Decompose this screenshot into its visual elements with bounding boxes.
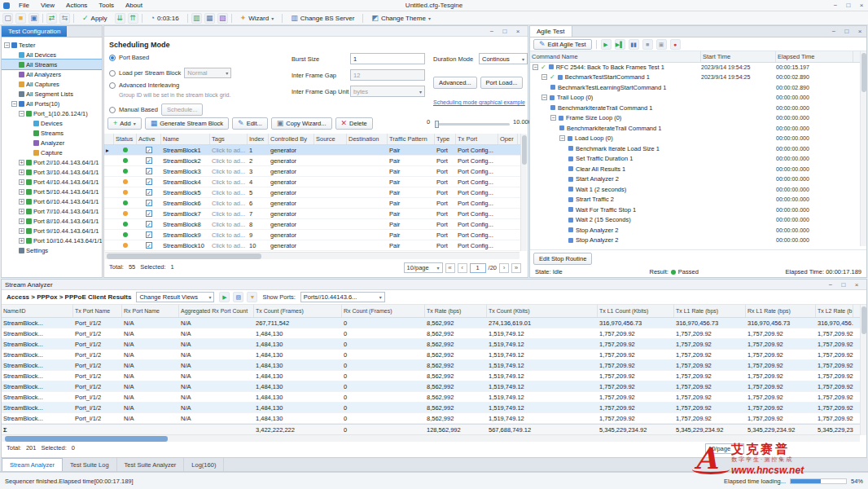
port-based-radio[interactable]: Port Based — [109, 54, 149, 61]
panel-close-button[interactable]: × — [850, 280, 863, 289]
agile-row[interactable]: Stop Analyzer 200:00:00.000 — [530, 236, 860, 246]
tab-test-suite-log[interactable]: Test Suite Log — [63, 458, 117, 471]
column-header-tx-rate-bps[interactable]: Tx Rate (bps) — [425, 305, 487, 317]
load-mode-combo[interactable]: Normal ▾ — [184, 68, 231, 78]
page-size-combo[interactable]: 10/page ▾ — [404, 262, 443, 273]
active-checkbox[interactable]: ✓ — [146, 178, 152, 185]
column-header-type[interactable]: Type — [435, 134, 456, 144]
menu-file[interactable]: File — [13, 0, 35, 11]
column-header-tx-port[interactable]: Tx Port — [456, 134, 498, 144]
column-header-name[interactable]: Name — [161, 134, 210, 144]
abort-icon[interactable]: ● — [670, 39, 681, 50]
tags-cell[interactable]: Click to ad... — [210, 157, 248, 165]
column-header-tx-count-frames[interactable]: Tx Count (Frames) — [254, 305, 342, 317]
column-header-tx-l2-rate-b[interactable]: Tx L2 Rate (b — [816, 305, 853, 317]
expand-icon[interactable]: + — [19, 160, 24, 165]
apply-button[interactable]: ✓Apply — [77, 13, 112, 24]
collapse-icon[interactable]: − — [541, 95, 547, 100]
panel-minimize-button[interactable]: − — [824, 280, 837, 289]
advanced-button[interactable]: Advanced... — [433, 77, 477, 89]
generate-stream-block-button[interactable]: ▦Generate Stream Block — [145, 117, 229, 130]
agile-row[interactable]: Benchmark Iterate Load Size 100:00:00.00… — [530, 143, 860, 154]
agile-vscrollbar[interactable] — [860, 51, 866, 246]
column-header-rx-count-frames[interactable]: Rx Count (Frames) — [342, 305, 425, 317]
column-header-tx-l1-count-kbits[interactable]: Tx L1 Count (Kbits) — [598, 305, 674, 317]
tree-item-port-4-10-44-143-64-1-1[interactable]: +Port 4//10.44.143.64/1/1 — [2, 177, 102, 187]
agile-row[interactable]: −Load Loop (0)00:00:00.000 — [530, 134, 860, 144]
analyzer-row[interactable]: StreamBlock...Port_i/1/2N/AN/A1,484,1300… — [2, 403, 860, 413]
stream-row[interactable]: ✓StreamBlock9Click to ad...9generatorPai… — [104, 230, 521, 240]
tab-log-160[interactable]: Log(160) — [184, 458, 224, 471]
column-header-traffic-pattern[interactable]: Traffic Pattern — [388, 134, 435, 144]
tree-item-port-8-10-44-143-64-1-1[interactable]: +Port 8//10.44.143.64/1/1 — [2, 216, 102, 226]
panel-close-button[interactable]: × — [853, 27, 866, 37]
expand-icon[interactable]: + — [19, 179, 24, 185]
clear-results-icon[interactable]: ▨ — [233, 292, 243, 302]
tree-item-port-7-10-44-143-64-1-1[interactable]: +Port 7//10.44.143.64/1/1 — [2, 206, 102, 216]
column-header-rx-port-name[interactable]: Rx Port Name — [122, 305, 179, 317]
column-header-controlled-by[interactable]: Controlled By — [269, 134, 314, 144]
stream-row[interactable]: ✓StreamBlock6Click to ad...6generatorPai… — [104, 198, 521, 209]
collapse-icon[interactable]: − — [4, 42, 10, 48]
tree-item-analyzer[interactable]: Analyzer — [2, 138, 102, 148]
stop-icon[interactable]: ■ — [642, 39, 653, 50]
panel-minimize-button[interactable]: − — [827, 27, 840, 37]
tags-cell[interactable]: Click to ad... — [210, 200, 248, 207]
breakpoint-icon[interactable]: ▣ — [656, 39, 667, 50]
collapse-icon[interactable]: − — [559, 135, 565, 141]
agile-row[interactable]: BechmarkTestLearningStartCommand 100:00:… — [530, 82, 860, 93]
tab-agile-test[interactable]: Agile Test — [530, 26, 572, 37]
tags-cell[interactable]: Click to ad... — [210, 242, 248, 249]
active-checkbox[interactable]: ✓ — [146, 221, 152, 227]
column-header-start-time[interactable]: Start Time — [701, 51, 776, 62]
analyzer-hscrollbar[interactable] — [2, 434, 860, 442]
active-checkbox[interactable]: ✓ — [146, 210, 152, 217]
add-button[interactable]: +Add▾ — [107, 117, 142, 130]
page-input[interactable]: 1 — [470, 263, 486, 273]
step-forward-icon[interactable]: ▶▌ — [615, 39, 625, 50]
panel-close-button[interactable]: × — [511, 26, 524, 36]
agile-row[interactable]: −✓RFC 2544: Back To Back Frames Test 120… — [530, 62, 860, 73]
analyzer-row[interactable]: StreamBlock...Port_i/1/2N/AN/A1,484,1300… — [2, 371, 860, 381]
column-header-tx-count-kbits[interactable]: Tx Count (Kbits) — [487, 305, 598, 317]
menu-about[interactable]: About — [120, 0, 148, 11]
column-header-active[interactable]: Active — [137, 134, 161, 144]
active-checkbox[interactable]: ✓ — [146, 189, 152, 196]
expand-icon[interactable]: + — [19, 228, 24, 234]
tree-item-streams[interactable]: Streams — [2, 128, 102, 138]
next-page-button[interactable]: › — [499, 263, 509, 273]
tree-item-port-2-10-44-143-64-1-1[interactable]: +Port 2//10.44.143.64/1/1 — [2, 157, 102, 167]
tree-item-all-analyzers[interactable]: All Analyzers — [2, 69, 102, 79]
last-page-button[interactable]: » — [511, 263, 521, 273]
play-icon[interactable]: ▶ — [601, 39, 612, 50]
row-selector[interactable]: ▸ — [104, 147, 114, 154]
tree-item-all-segment-lists[interactable]: All Segment Lists — [2, 89, 102, 99]
column-header-aggregated-rx-port-count[interactable]: Aggregated Rx Port Count — [179, 305, 254, 317]
agile-row[interactable]: −Trail Loop (0)00:00:00.000 — [530, 93, 860, 104]
column-header-source[interactable]: Source — [314, 134, 347, 144]
run-icon[interactable]: ▶ — [219, 292, 230, 302]
column-header-elapsed-time[interactable]: Elapsed Time — [776, 51, 853, 62]
delete-button[interactable]: ✕Delete — [335, 117, 373, 130]
analyzer-vscrollbar[interactable] — [860, 305, 866, 435]
menu-tools[interactable]: Tools — [93, 0, 120, 11]
agile-row[interactable]: BenchmarkIterateTrail Command 100:00:00.… — [530, 123, 860, 134]
stream-row[interactable]: ✓StreamBlock4Click to ad...4generatorPai… — [104, 177, 521, 187]
panel-float-button[interactable]: □ — [840, 27, 853, 37]
column-header-destination[interactable]: Destination — [347, 134, 388, 144]
port-grid-icon[interactable]: ▦ — [204, 13, 215, 24]
menu-view[interactable]: View — [35, 0, 60, 11]
tags-cell[interactable]: Click to ad... — [210, 210, 248, 218]
duration-mode-combo[interactable]: Continous ▾ — [479, 53, 528, 64]
column-header-status[interactable]: Status — [114, 134, 137, 144]
advanced-interleaving-radio[interactable]: Advanced Interleaving — [109, 82, 179, 89]
tab-test-suite-analyzer[interactable]: Test Suite Analyzer — [117, 458, 185, 471]
load-slider-handle[interactable] — [435, 121, 439, 128]
stream-table-hscrollbar[interactable] — [105, 252, 519, 259]
column-header-name-id[interactable]: Name/ID — [2, 305, 73, 317]
maximize-button[interactable]: □ — [842, 1, 855, 11]
column-header-command-name[interactable]: Command Name — [530, 51, 701, 62]
column-header-rx-l1-rate-bps[interactable]: Rx L1 Rate (bps) — [746, 305, 816, 317]
column-header-oper[interactable]: Oper — [498, 134, 518, 144]
close-button[interactable]: × — [855, 1, 868, 11]
